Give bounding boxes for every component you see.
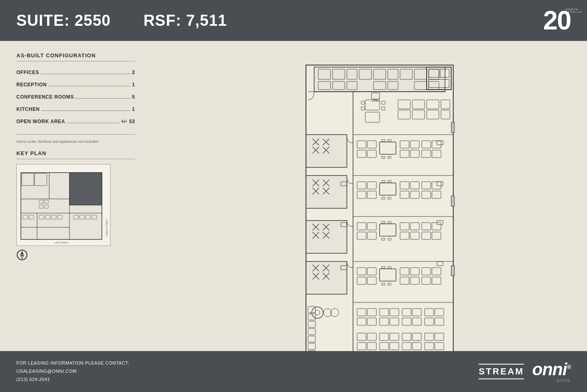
config-label-offices: OFFICES (16, 70, 39, 75)
svg-text:N: N (21, 254, 23, 257)
config-value-reception: 1 (132, 82, 135, 88)
footer-contact: FOR LEASING INFORMATION PLEASE CONTACT: … (16, 359, 129, 383)
config-item-reception: RECEPTION 1 (16, 82, 135, 88)
config-value-kitchen: 1 (132, 106, 135, 112)
onni-logo-container: onni® group (532, 361, 571, 382)
rsf-label: RSF: 7,511 (144, 12, 227, 29)
svg-rect-223 (451, 196, 454, 206)
footer: FOR LEASING INFORMATION PLEASE CONTACT: … (0, 351, 587, 392)
building-logo: 20 NORTH LASALLE (543, 7, 571, 34)
north-arrow: N (16, 249, 135, 261)
page-wrapper: SUITE: 2550 RSF: 7,511 20 NORTH LASALLE … (0, 0, 587, 392)
svg-text:LASALLE STREET: LASALLE STREET (106, 219, 108, 237)
stream-logo-container: STREAM (479, 364, 524, 379)
floor-plan-container (281, 61, 457, 372)
floor-plan-svg (281, 61, 457, 372)
footer-logos: STREAM onni® group (479, 361, 571, 382)
onni-group-label: group (557, 378, 571, 382)
onni-registered: ® (567, 364, 571, 370)
disclaimer: Not to scale, furniture and appliances n… (16, 140, 135, 144)
dots-offices (41, 70, 130, 74)
rsf-number: 7,511 (186, 12, 227, 29)
right-panel (151, 41, 587, 392)
stream-logo: STREAM (479, 364, 524, 379)
svg-rect-224 (451, 266, 454, 276)
config-value-offices: 2 (132, 70, 135, 75)
onni-logo: onni® (532, 361, 571, 378)
config-label-conference: CONFERENCE ROOMS (16, 94, 74, 100)
dots-reception (49, 82, 130, 86)
suite-text: SUITE: (16, 12, 70, 29)
logo-lasalle: LASALLE (566, 11, 582, 13)
svg-rect-222 (451, 122, 454, 133)
dots-kitchen (41, 106, 130, 111)
contact-line3: (213) 629-2041 (16, 376, 129, 384)
compass-icon: N (16, 249, 28, 261)
config-title: AS-BUILT CONFIGURATION (16, 52, 135, 61)
config-item-kitchen: KITCHEN 1 (16, 106, 135, 112)
config-label-reception: RECEPTION (16, 82, 47, 88)
left-panel: AS-BUILT CONFIGURATION OFFICES 2 RECEPTI… (0, 41, 151, 392)
config-item-conference: CONFERENCE ROOMS 5 (16, 94, 135, 100)
contact-line2: USALEASING@ONNI.COM (16, 367, 129, 376)
header: SUITE: 2550 RSF: 7,511 20 NORTH LASALLE (0, 0, 587, 41)
svg-text:LAKE STREET: LAKE STREET (54, 242, 68, 244)
key-plan-svg: LASALLE STREET LAKE STREET (17, 164, 110, 246)
key-plan-image: LASALLE STREET LAKE STREET (16, 164, 110, 246)
config-item-offices: OFFICES 2 (16, 70, 135, 75)
config-label-kitchen: KITCHEN (16, 106, 40, 112)
logo-text: NORTH LASALLE (566, 8, 582, 13)
config-label-openwork: OPEN WORK AREA (16, 119, 65, 124)
config-item-openwork: OPEN WORK AREA +/- 53 (16, 119, 135, 124)
dots-conference (76, 94, 130, 99)
suite-number: 2550 (74, 12, 111, 29)
suite-label: SUITE: 2550 (16, 12, 111, 29)
config-value-conference: 5 (132, 94, 135, 100)
contact-line1: FOR LEASING INFORMATION PLEASE CONTACT: (16, 359, 129, 367)
svg-rect-2 (70, 173, 102, 205)
key-plan-title: KEY PLAN (16, 150, 135, 159)
divider (16, 134, 135, 135)
onni-text: onni (532, 360, 567, 379)
rsf-text: RSF: (144, 12, 182, 29)
content-area: AS-BUILT CONFIGURATION OFFICES 2 RECEPTI… (0, 41, 587, 392)
dots-openwork (67, 119, 119, 123)
config-value-openwork: +/- 53 (121, 119, 135, 124)
